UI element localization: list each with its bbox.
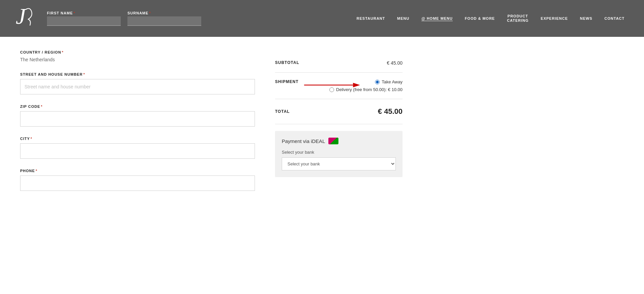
svg-text:J: J: [16, 5, 27, 29]
nav-food-more[interactable]: FOOD & MORE: [459, 0, 501, 37]
shipment-row: SHIPMENT Take Away Delivery (free from 5…: [275, 73, 402, 99]
surname-field: SURNAME*: [127, 11, 201, 26]
country-required: *: [62, 50, 63, 54]
nav-restaurant[interactable]: RESTAURANT: [351, 0, 391, 37]
first-name-field: FIRST NAME*: [47, 11, 121, 26]
shipment-label: SHIPMENT: [275, 79, 299, 84]
order-summary: SUBTOTAL € 45.00 SHIPMENT Take Away: [275, 50, 402, 201]
nav-product-catering-line2: CATERING: [507, 18, 529, 23]
payment-section: Payment via iDEAL Select your bank Selec…: [275, 131, 402, 177]
svg-marker-2: [353, 83, 360, 87]
ideal-icon: [328, 138, 338, 144]
payment-title-text: Payment via iDEAL: [282, 138, 325, 144]
zip-label: ZIP CODE*: [20, 104, 255, 108]
bank-select-label: Select your bank: [282, 150, 396, 155]
surname-input[interactable]: [127, 16, 201, 26]
subtotal-label: SUBTOTAL: [275, 60, 299, 65]
header-form-fields: FIRST NAME* SURNAME*: [47, 11, 201, 26]
surname-required-marker: *: [149, 11, 151, 15]
bank-select[interactable]: Select your bank ABN AMRO ING Rabobank S…: [282, 157, 396, 170]
payment-title: Payment via iDEAL: [282, 138, 396, 144]
first-name-label: FIRST NAME*: [47, 11, 121, 15]
logo[interactable]: J: [13, 5, 37, 32]
main-nav: RESTAURANT MENU @ HOME MENU FOOD & MORE …: [215, 0, 631, 37]
nav-experience[interactable]: EXPERIENCE: [535, 0, 574, 37]
city-label: CITY*: [20, 137, 255, 141]
zip-required: *: [41, 104, 43, 108]
street-group: STREET AND HOUSE NUMBER*: [20, 72, 255, 94]
arrow-container: [302, 82, 362, 90]
total-row: TOTAL € 45.00: [275, 99, 402, 124]
phone-input[interactable]: [20, 175, 255, 191]
phone-group: PHONE*: [20, 169, 255, 191]
street-input[interactable]: [20, 79, 255, 94]
subtotal-value: € 45.00: [387, 60, 402, 66]
subtotal-row: SUBTOTAL € 45.00: [275, 54, 402, 73]
country-value: The Netherlands: [20, 57, 255, 62]
nav-product-catering-line1: PRODUCT: [507, 14, 528, 18]
first-name-input[interactable]: [47, 16, 121, 26]
nav-product-catering[interactable]: PRODUCT CATERING: [501, 0, 535, 37]
nav-menu[interactable]: MENU: [391, 0, 415, 37]
zip-group: ZIP CODE*: [20, 104, 255, 127]
red-arrow-icon: [302, 82, 362, 88]
nav-at-home-menu[interactable]: @ HOME MENU: [415, 0, 459, 37]
country-group: COUNTRY / REGION* The Netherlands: [20, 50, 255, 62]
city-required: *: [31, 137, 32, 141]
total-label: TOTAL: [275, 109, 290, 114]
surname-label: SURNAME*: [127, 11, 201, 15]
phone-label: PHONE*: [20, 169, 255, 173]
total-value: € 45.00: [378, 107, 402, 116]
shipment-take-away-label: Take Away: [382, 79, 402, 84]
zip-input[interactable]: [20, 111, 255, 127]
nav-contact[interactable]: CONTACT: [598, 0, 631, 37]
first-name-required-marker: *: [73, 11, 75, 15]
shipment-take-away-radio[interactable]: [375, 80, 380, 84]
phone-required: *: [36, 169, 37, 173]
main-content: COUNTRY / REGION* The Netherlands STREET…: [0, 37, 644, 214]
city-group: CITY*: [20, 137, 255, 159]
city-input[interactable]: [20, 143, 255, 159]
street-label: STREET AND HOUSE NUMBER*: [20, 72, 255, 76]
street-required: *: [83, 72, 85, 76]
billing-form: COUNTRY / REGION* The Netherlands STREET…: [20, 50, 255, 201]
site-header: J FIRST NAME* SURNAME* RESTAURANT MENU @…: [0, 0, 644, 37]
country-label: COUNTRY / REGION*: [20, 50, 255, 54]
nav-news[interactable]: NEWS: [574, 0, 598, 37]
